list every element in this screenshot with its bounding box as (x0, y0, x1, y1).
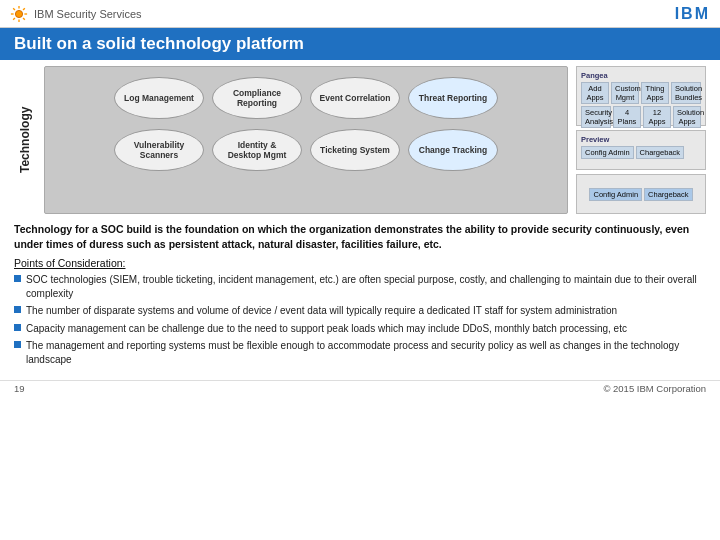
right-panel-bot: Config Admin Chargeback (576, 174, 706, 214)
list-item: The management and reporting systems mus… (14, 339, 706, 366)
bullet-icon (14, 324, 21, 331)
top-ellipse-row: Log Management Compliance Reporting Even… (53, 77, 559, 119)
right-panel-mid: Preview Config Admin Chargeback (576, 130, 706, 170)
svg-line-8 (13, 18, 15, 20)
list-item: SOC technologies (SIEM, trouble ticketin… (14, 273, 706, 300)
svg-point-0 (15, 10, 22, 17)
ellipse-compliance-reporting: Compliance Reporting (212, 77, 302, 119)
points-title: Points of Consideration: (14, 257, 706, 269)
page-title: Built on a solid technology platform (0, 28, 720, 60)
diagram-box: Log Management Compliance Reporting Even… (44, 66, 568, 214)
svg-line-5 (13, 8, 15, 10)
header-title: IBM Security Services (34, 8, 142, 20)
ellipse-threat-reporting: Threat Reporting (408, 77, 498, 119)
description: Technology for a SOC build is the founda… (14, 222, 706, 251)
bullet-icon (14, 306, 21, 313)
bottom-ellipse-row: Vulnerability Scanners Identity &Desktop… (53, 129, 559, 171)
svg-line-7 (23, 8, 25, 10)
header: IBM Security Services IBM (0, 0, 720, 28)
ibm-logo: IBM (675, 5, 710, 23)
ellipse-event-correlation: Event Correlation (310, 77, 400, 119)
right-panel-top: Pangea Add Apps Custom Mgmt Thing Apps S… (576, 66, 706, 126)
page-number: 19 (14, 383, 25, 394)
ellipse-vulnerability-scanners: Vulnerability Scanners (114, 129, 204, 171)
bullet-icon (14, 275, 21, 282)
ellipse-log-management: Log Management (114, 77, 204, 119)
bullet-list: SOC technologies (SIEM, trouble ticketin… (14, 273, 706, 366)
list-item: The number of disparate systems and volu… (14, 304, 706, 318)
technology-label: Technology (14, 66, 36, 214)
right-panel: Pangea Add Apps Custom Mgmt Thing Apps S… (576, 66, 706, 214)
bullet-icon (14, 341, 21, 348)
svg-line-6 (23, 18, 25, 20)
ellipse-ticketing-system: Ticketing System (310, 129, 400, 171)
ellipse-change-tracking: Change Tracking (408, 129, 498, 171)
sun-icon (10, 5, 28, 23)
ellipse-identity-desktop: Identity &Desktop Mgmt (212, 129, 302, 171)
copyright: © 2015 IBM Corporation (603, 383, 706, 394)
footer: 19 © 2015 IBM Corporation (0, 380, 720, 396)
list-item: Capacity management can be challenge due… (14, 322, 706, 336)
